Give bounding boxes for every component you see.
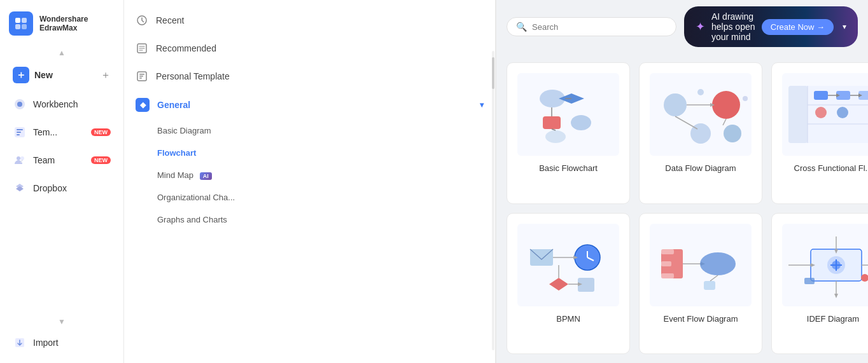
svg-point-28 xyxy=(712,91,740,119)
svg-rect-17 xyxy=(139,76,143,77)
svg-rect-9 xyxy=(17,134,20,135)
svg-rect-70 xyxy=(704,281,715,290)
middle-org-chart[interactable]: Organizational Cha... xyxy=(124,186,495,209)
card-label-event-flow: Event Flow Diagram xyxy=(663,314,738,324)
sidebar-item-workbench[interactable]: Workbench xyxy=(4,91,120,118)
svg-point-35 xyxy=(697,89,704,95)
svg-marker-85 xyxy=(834,294,838,298)
middle-flowchart[interactable]: Flowchart xyxy=(124,142,495,164)
svg-rect-0 xyxy=(15,18,20,23)
ai-badge: AI xyxy=(200,172,212,180)
card-label-bpmn: BPMN xyxy=(556,314,580,324)
card-cross-functional[interactable]: Cross Functional Fl... xyxy=(771,62,868,204)
svg-rect-18 xyxy=(139,78,142,79)
card-label-data-flow: Data Flow Diagram xyxy=(665,163,736,173)
card-basic-flowchart[interactable]: Basic Flowchart xyxy=(507,62,630,204)
logo-area: Wondershare EdrawMax xyxy=(0,6,123,46)
card-img-data-flow xyxy=(650,73,752,156)
svg-point-23 xyxy=(545,130,566,143)
sidebar-item-dropbox[interactable]: Dropbox xyxy=(4,175,120,202)
svg-rect-3 xyxy=(22,24,27,29)
scrollbar-track xyxy=(492,51,494,350)
new-plus-icon: ＋ xyxy=(101,69,111,82)
svg-line-34 xyxy=(723,119,726,125)
card-bpmn[interactable]: BPMN xyxy=(507,213,630,355)
svg-rect-40 xyxy=(788,86,808,143)
card-img-bpmn xyxy=(517,224,619,306)
card-img-event-flow xyxy=(650,224,752,306)
general-icon: ◆ xyxy=(136,98,150,112)
svg-line-33 xyxy=(675,116,697,129)
import-icon xyxy=(13,336,27,350)
templates-badge: NEW xyxy=(91,128,111,136)
banner-dropdown-icon[interactable]: ▾ xyxy=(843,22,846,31)
sidebar-item-templates[interactable]: Tem... NEW xyxy=(4,119,120,146)
middle-basic-diagram[interactable]: Basic Diagram xyxy=(124,120,495,142)
dropbox-label: Dropbox xyxy=(33,183,67,193)
scrollbar-thumb[interactable] xyxy=(492,57,494,89)
import-label: Import xyxy=(33,338,59,348)
team-icon xyxy=(13,153,27,167)
topbar: 🔍 ✦ AI drawing helps open your mind Crea… xyxy=(496,0,868,53)
svg-rect-8 xyxy=(17,132,21,133)
dropbox-icon xyxy=(13,181,27,195)
new-button[interactable]: ＋ New ＋ xyxy=(4,60,120,90)
card-event-flow[interactable]: Event Flow Diagram xyxy=(639,213,762,355)
workbench-label: Workbench xyxy=(33,99,78,109)
ai-banner[interactable]: ✦ AI drawing helps open your mind Create… xyxy=(684,6,858,47)
recommended-icon xyxy=(136,42,148,55)
scroll-up-arrow[interactable]: ▲ xyxy=(0,46,123,60)
svg-rect-42 xyxy=(814,91,828,100)
sidebar-item-team[interactable]: Team NEW xyxy=(4,147,120,174)
svg-point-45 xyxy=(815,107,827,118)
ai-cta-button[interactable]: Create Now → xyxy=(762,19,834,35)
search-box[interactable]: 🔍 xyxy=(507,17,676,36)
recent-icon xyxy=(136,14,148,27)
svg-rect-16 xyxy=(139,74,144,75)
svg-point-22 xyxy=(571,115,591,130)
middle-personal-template[interactable]: Personal Template xyxy=(124,62,495,90)
card-idef[interactable]: IDEF Diagram xyxy=(771,213,868,355)
svg-point-36 xyxy=(743,96,748,101)
svg-point-10 xyxy=(17,156,20,160)
new-button-icon: ＋ xyxy=(13,67,29,83)
svg-rect-65 xyxy=(661,261,671,266)
middle-recent[interactable]: Recent xyxy=(124,6,495,34)
scroll-down-arrow[interactable]: ▼ xyxy=(0,315,123,329)
svg-rect-2 xyxy=(15,24,20,29)
svg-point-69 xyxy=(700,252,736,275)
search-input[interactable] xyxy=(532,22,667,32)
team-badge: NEW xyxy=(91,156,111,164)
middle-recommended[interactable]: Recommended xyxy=(124,34,495,62)
svg-rect-64 xyxy=(661,249,674,254)
team-label: Team xyxy=(33,155,55,165)
middle-general[interactable]: ◆ General ▾ xyxy=(124,90,495,120)
middle-graphs[interactable]: Graphs and Charts xyxy=(124,209,495,231)
svg-line-71 xyxy=(710,275,718,281)
new-button-label: New xyxy=(34,70,53,80)
middle-mind-map[interactable]: Mind Map AI xyxy=(124,164,495,186)
personal-template-icon xyxy=(136,70,148,83)
svg-point-27 xyxy=(664,93,687,116)
card-img-basic-flowchart xyxy=(517,73,619,156)
ai-banner-text: AI drawing helps open your mind xyxy=(711,11,755,42)
sidebar: Wondershare EdrawMax ▲ ＋ New ＋ Workbench… xyxy=(0,0,124,363)
card-label-idef: IDEF Diagram xyxy=(807,314,859,324)
app-logo-icon xyxy=(9,11,33,36)
svg-rect-1 xyxy=(22,18,27,23)
workbench-icon xyxy=(13,97,27,111)
card-data-flow-diagram[interactable]: Data Flow Diagram xyxy=(639,62,762,204)
sidebar-item-import[interactable]: Import xyxy=(4,329,120,356)
svg-rect-7 xyxy=(17,129,23,130)
app-name: Wondershare EdrawMax xyxy=(39,15,88,32)
templates-icon xyxy=(13,125,27,139)
cards-grid: Basic Flowchart xyxy=(496,53,868,363)
svg-rect-66 xyxy=(661,273,674,278)
svg-rect-87 xyxy=(804,278,815,284)
ai-star-icon: ✦ xyxy=(696,20,705,34)
svg-point-46 xyxy=(837,107,848,118)
card-label-basic-flowchart: Basic Flowchart xyxy=(539,163,598,173)
templates-label: Tem... xyxy=(33,127,57,137)
svg-rect-21 xyxy=(543,116,561,129)
search-icon: 🔍 xyxy=(516,22,527,32)
